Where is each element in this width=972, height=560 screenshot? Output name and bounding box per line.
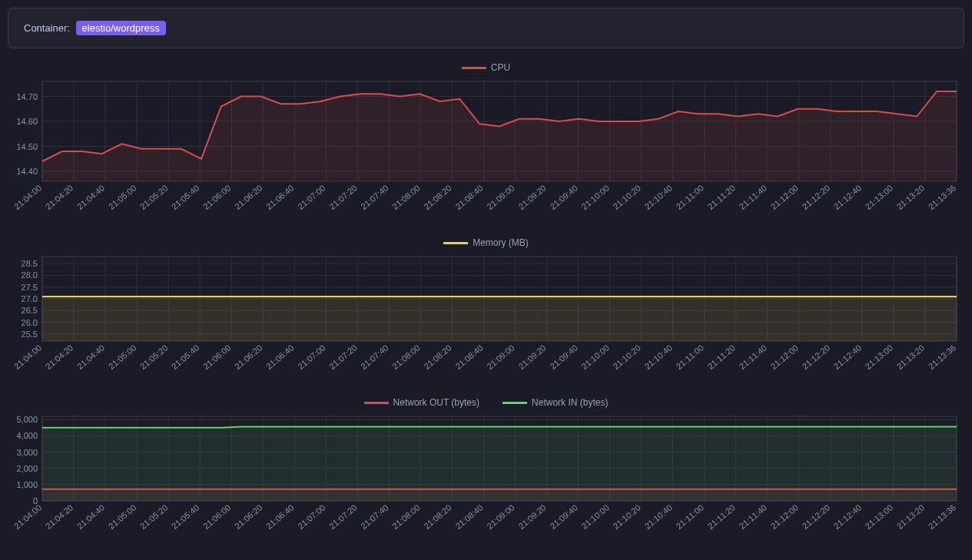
y-tick-label: 25.5: [22, 330, 38, 339]
x-tick-label: 21:10:00: [579, 183, 611, 211]
chart-svg-cpu[interactable]: 14.4014.5014.6014.7021:04:0021:04:2021:0…: [8, 78, 964, 220]
x-tick-label: 21:08:20: [422, 343, 453, 371]
chart-svg-memory[interactable]: 25.526.026.527.027.528.028.521:04:0021:0…: [8, 253, 964, 379]
legend-memory: Memory (MB): [8, 237, 964, 248]
y-tick-label: 1,000: [16, 480, 38, 489]
x-tick-label: 21:04:20: [44, 502, 75, 531]
legend-label: CPU: [491, 62, 510, 73]
x-tick-label: 21:07:40: [359, 502, 390, 531]
x-tick-label: 21:10:20: [611, 183, 642, 211]
x-tick-label: 21:05:00: [107, 502, 138, 531]
x-tick-label: 21:11:40: [738, 502, 769, 531]
x-tick-label: 21:05:00: [107, 343, 138, 371]
legend-swatch: [364, 402, 389, 404]
x-tick-label: 21:04:00: [12, 343, 44, 371]
x-tick-label: 21:08:40: [453, 343, 485, 371]
container-header: Container: elestio/wordpress: [8, 8, 964, 48]
legend-label: Network IN (bytes): [532, 397, 608, 408]
x-tick-label: 21:05:20: [138, 502, 170, 531]
y-tick-label: 14.40: [16, 167, 38, 176]
series-area: [42, 297, 957, 341]
x-tick-label: 21:06:40: [264, 502, 296, 531]
x-tick-label: 21:13:00: [864, 343, 895, 371]
x-tick-label: 21:11:00: [674, 183, 705, 211]
legend-item[interactable]: Network IN (bytes): [503, 397, 608, 408]
chart-svg-network[interactable]: 01,0002,0003,0004,0005,00021:04:0021:04:…: [8, 413, 964, 539]
x-tick-label: 21:06:40: [264, 343, 296, 371]
x-tick-label: 21:09:00: [485, 343, 516, 371]
x-tick-label: 21:09:40: [548, 183, 579, 211]
x-tick-label: 21:06:00: [201, 343, 233, 371]
x-tick-label: 21:11:00: [674, 502, 705, 531]
x-tick-label: 21:12:40: [832, 183, 864, 211]
x-tick-label: 21:05:20: [138, 183, 170, 211]
x-tick-label: 21:13:36: [927, 183, 958, 211]
x-tick-label: 21:09:00: [485, 183, 516, 211]
x-tick-label: 21:07:20: [327, 183, 359, 211]
x-tick-label: 21:11:20: [706, 502, 738, 531]
x-tick-label: 21:07:40: [359, 183, 390, 211]
x-tick-label: 21:05:40: [170, 343, 201, 371]
legend-swatch: [503, 402, 527, 404]
y-tick-label: 26.0: [22, 318, 38, 327]
x-tick-label: 21:05:40: [170, 502, 201, 531]
x-tick-label: 21:09:40: [548, 343, 579, 371]
charts-root: CPU14.4014.5014.6014.7021:04:0021:04:202…: [8, 62, 964, 542]
legend-item[interactable]: Memory (MB): [443, 237, 529, 248]
x-tick-label: 21:08:00: [390, 183, 422, 211]
x-tick-label: 21:08:40: [453, 183, 485, 211]
x-tick-label: 21:12:00: [769, 502, 801, 531]
x-tick-label: 21:13:36: [927, 502, 958, 531]
x-tick-label: 21:13:20: [895, 502, 927, 531]
x-tick-label: 21:07:20: [327, 502, 359, 531]
x-tick-label: 21:08:20: [422, 183, 453, 211]
legend-item[interactable]: Network OUT (bytes): [364, 397, 479, 408]
x-tick-label: 21:09:20: [516, 343, 548, 371]
x-tick-label: 21:05:20: [138, 343, 170, 371]
y-tick-label: 27.5: [22, 283, 38, 292]
x-tick-label: 21:04:20: [44, 183, 75, 211]
container-badge[interactable]: elestio/wordpress: [76, 21, 166, 35]
x-tick-label: 21:04:00: [12, 183, 44, 211]
y-tick-label: 26.5: [22, 306, 38, 315]
y-tick-label: 27.0: [22, 294, 38, 303]
chart-memory: Memory (MB)25.526.026.527.027.528.028.52…: [8, 237, 964, 382]
x-tick-label: 21:05:00: [107, 183, 138, 211]
legend-swatch: [443, 242, 468, 244]
x-tick-label: 21:13:20: [895, 343, 927, 371]
x-tick-label: 21:11:40: [738, 183, 769, 211]
legend-cpu: CPU: [8, 62, 964, 73]
x-tick-label: 21:11:20: [706, 343, 738, 371]
x-tick-label: 21:12:20: [801, 343, 832, 371]
x-tick-label: 21:09:20: [516, 502, 548, 531]
y-tick-label: 5,000: [16, 415, 38, 424]
chart-cpu: CPU14.4014.5014.6014.7021:04:0021:04:202…: [8, 62, 964, 222]
y-tick-label: 4,000: [16, 431, 38, 440]
container-label: Container:: [24, 22, 70, 34]
y-tick-label: 2,000: [16, 464, 38, 473]
x-tick-label: 21:09:20: [516, 183, 548, 211]
x-tick-label: 21:12:20: [801, 183, 832, 211]
x-tick-label: 21:13:36: [927, 343, 958, 371]
x-tick-label: 21:09:00: [485, 502, 516, 531]
x-tick-label: 21:10:40: [642, 183, 674, 211]
x-tick-label: 21:11:40: [738, 343, 769, 371]
y-tick-label: 14.60: [16, 117, 38, 126]
x-tick-label: 21:12:00: [769, 343, 801, 371]
x-tick-label: 21:10:00: [579, 343, 611, 371]
x-tick-label: 21:07:00: [296, 183, 327, 211]
x-tick-label: 21:10:00: [579, 502, 611, 531]
x-tick-label: 21:04:00: [12, 502, 44, 531]
x-tick-label: 21:08:40: [453, 502, 485, 531]
series-area: [42, 91, 957, 181]
legend-label: Network OUT (bytes): [393, 397, 479, 408]
x-tick-label: 21:12:40: [832, 343, 864, 371]
x-tick-label: 21:12:20: [801, 502, 832, 531]
x-tick-label: 21:06:40: [264, 183, 296, 211]
x-tick-label: 21:06:00: [201, 183, 233, 211]
x-tick-label: 21:12:00: [769, 183, 801, 211]
y-tick-label: 14.70: [16, 92, 38, 101]
legend-network: Network OUT (bytes)Network IN (bytes): [8, 397, 964, 408]
legend-item[interactable]: CPU: [462, 62, 510, 73]
x-tick-label: 21:13:00: [864, 502, 895, 531]
